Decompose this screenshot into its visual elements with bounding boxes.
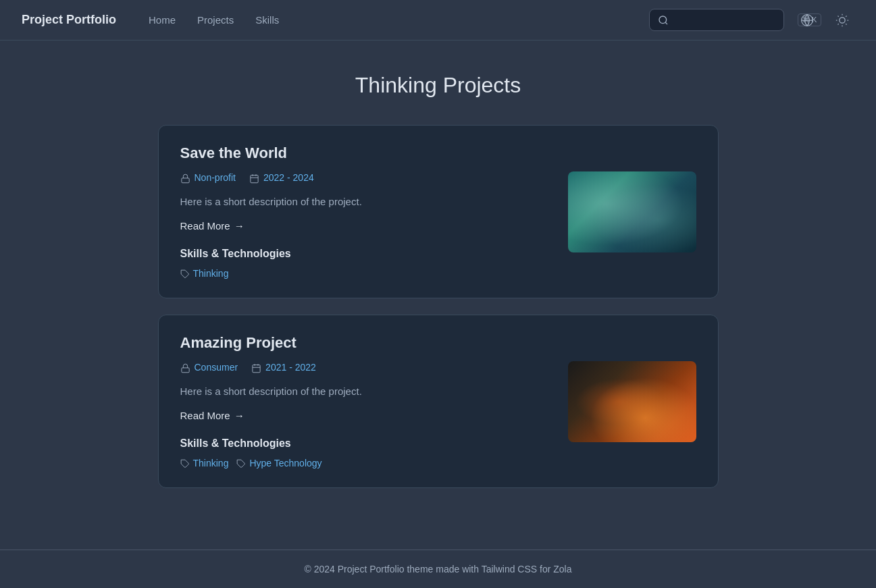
tags-list: Thinking Hype Technology: [180, 458, 546, 469]
read-more-link[interactable]: Read More →: [180, 220, 244, 232]
calendar-icon: [249, 171, 259, 184]
project-card: Amazing Project Consumer: [158, 315, 719, 488]
card-meta: Non-profit 2022 - 2024: [180, 171, 546, 184]
svg-rect-9: [181, 367, 188, 372]
years-item: 2021 - 2022: [251, 361, 316, 373]
read-more-text: Read More: [180, 220, 230, 232]
card-content: Save the World Non-profit: [180, 144, 568, 279]
theme-toggle-button[interactable]: [830, 8, 854, 32]
nav-skills[interactable]: Skills: [255, 14, 279, 26]
category-item: Consumer: [180, 361, 238, 373]
sun-icon: [835, 14, 849, 27]
tag-icon: [236, 458, 246, 469]
tags-list: Thinking: [180, 268, 546, 279]
main-content: Thinking Projects Save the World Non-pro…: [0, 41, 876, 510]
footer-text: © 2024 Project Portfolio theme made with…: [304, 564, 571, 574]
project-description: Here is a short description of the proje…: [180, 384, 546, 400]
calendar-icon: [251, 361, 261, 373]
project-image: [568, 171, 696, 252]
category-label: Non-profit: [195, 172, 236, 183]
card-content: Amazing Project Consumer: [180, 334, 568, 469]
skills-section: Skills & Technologies Thinking: [180, 248, 546, 279]
tag-label: Hype Technology: [249, 458, 321, 469]
projects-list: Save the World Non-profit: [158, 125, 719, 488]
years-label: 2021 - 2022: [265, 362, 316, 373]
svg-rect-4: [251, 175, 258, 182]
tag-category-icon: [180, 171, 190, 184]
globe-icon: [800, 14, 814, 27]
card-meta: Consumer 2021 - 2022: [180, 361, 546, 373]
nav-links: Home Projects Skills: [149, 14, 649, 26]
navbar: Project Portfolio Home Projects Skills ⌘…: [0, 0, 876, 41]
tag-icon: [180, 268, 190, 279]
skills-title: Skills & Technologies: [180, 437, 546, 450]
category-label: Consumer: [195, 362, 238, 373]
nav-projects[interactable]: Projects: [197, 14, 234, 26]
svg-rect-3: [181, 178, 188, 182]
category-item: Non-profit: [180, 171, 236, 184]
tag-item: Thinking: [180, 458, 229, 469]
project-card: Save the World Non-profit: [158, 125, 719, 298]
project-description: Here is a short description of the proje…: [180, 194, 546, 210]
footer: © 2024 Project Portfolio theme made with…: [0, 550, 876, 588]
arrow-right-icon: →: [234, 410, 244, 421]
search-box[interactable]: ⌘ K: [649, 9, 784, 31]
tag-icon: [180, 458, 190, 469]
tag-item: Thinking: [180, 268, 229, 279]
tag-label: Thinking: [193, 268, 229, 279]
svg-rect-10: [253, 365, 260, 372]
svg-point-0: [659, 16, 667, 24]
search-icon: [658, 14, 669, 26]
years-item: 2022 - 2024: [249, 171, 314, 184]
page-title: Thinking Projects: [355, 73, 521, 98]
project-title: Save the World: [180, 144, 546, 162]
read-more-text: Read More: [180, 410, 230, 421]
years-label: 2022 - 2024: [263, 172, 314, 183]
nav-right: ⌘ K: [649, 8, 854, 32]
brand-title[interactable]: Project Portfolio: [22, 13, 116, 27]
read-more-link[interactable]: Read More →: [180, 410, 244, 421]
globe-button[interactable]: [795, 8, 819, 32]
search-input[interactable]: [674, 15, 792, 26]
nav-home[interactable]: Home: [149, 14, 176, 26]
tag-category-icon: [180, 361, 190, 373]
skills-section: Skills & Technologies Thinking: [180, 437, 546, 469]
skills-title: Skills & Technologies: [180, 248, 546, 260]
project-image: [568, 361, 696, 442]
svg-point-2: [840, 17, 845, 22]
tag-label: Thinking: [193, 458, 229, 469]
project-title: Amazing Project: [180, 334, 546, 352]
tag-item: Hype Technology: [236, 458, 321, 469]
arrow-right-icon: →: [234, 220, 244, 232]
